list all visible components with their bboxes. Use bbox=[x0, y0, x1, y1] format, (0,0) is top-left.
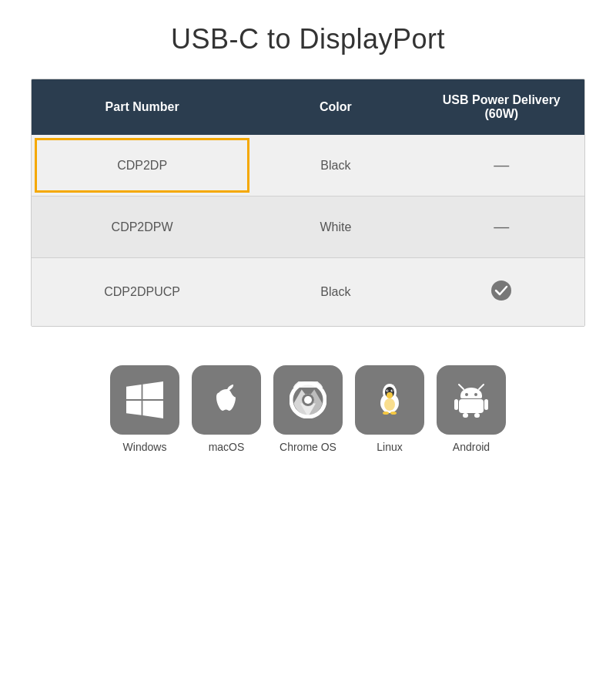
chromeos-icon-box bbox=[273, 365, 343, 435]
svg-rect-21 bbox=[454, 399, 458, 410]
os-item-chromeos: Chrome OS bbox=[273, 365, 343, 453]
svg-rect-22 bbox=[484, 399, 488, 410]
table-row: CDP2DPUCPBlack bbox=[32, 258, 584, 327]
macos-label: macOS bbox=[209, 441, 245, 453]
os-item-macos: macOS bbox=[192, 365, 261, 453]
svg-rect-23 bbox=[463, 413, 468, 418]
power-delivery-cell: — bbox=[419, 135, 584, 197]
svg-point-8 bbox=[387, 392, 393, 398]
windows-label: Windows bbox=[123, 441, 167, 453]
svg-point-0 bbox=[491, 280, 511, 301]
page-title: USB-C to DisplayPort bbox=[171, 23, 445, 55]
power-delivery-cell bbox=[419, 258, 584, 327]
check-icon bbox=[490, 280, 512, 301]
svg-point-19 bbox=[474, 393, 477, 396]
macos-icon bbox=[208, 381, 245, 418]
os-item-windows: Windows bbox=[110, 365, 179, 453]
macos-icon-box bbox=[192, 365, 261, 435]
svg-point-14 bbox=[383, 412, 389, 415]
svg-point-11 bbox=[387, 390, 389, 391]
android-icon-box bbox=[437, 365, 506, 435]
part-number-text: CDP2DPW bbox=[112, 220, 173, 233]
chromeos-label: Chrome OS bbox=[280, 441, 336, 453]
windows-icon bbox=[126, 381, 163, 418]
linux-label: Linux bbox=[377, 441, 402, 453]
svg-point-4 bbox=[304, 396, 312, 404]
col-header-power: USB Power Delivery (60W) bbox=[419, 79, 584, 135]
part-number-text: CDP2DP bbox=[117, 159, 167, 172]
part-number-cell[interactable]: CDP2DP bbox=[32, 135, 253, 197]
col-header-color: Color bbox=[253, 79, 418, 135]
linux-icon-box bbox=[355, 365, 424, 435]
color-cell: Black bbox=[253, 258, 418, 327]
os-item-linux: Linux bbox=[355, 365, 424, 453]
svg-rect-20 bbox=[459, 399, 484, 413]
dash-symbol: — bbox=[494, 218, 509, 235]
svg-rect-24 bbox=[474, 413, 480, 418]
part-number-cell: CDP2DPW bbox=[32, 197, 253, 258]
svg-point-13 bbox=[384, 398, 395, 411]
svg-line-17 bbox=[479, 385, 484, 389]
table-row: CDP2DPWWhite— bbox=[32, 197, 584, 258]
os-item-android: Android bbox=[437, 365, 506, 453]
color-cell: Black bbox=[253, 135, 418, 197]
svg-point-18 bbox=[465, 393, 468, 396]
os-compatibility-icons: Windows macOS Chrome OS bbox=[110, 365, 506, 453]
col-header-part-number: Part Number bbox=[32, 79, 253, 135]
comparison-table: Part Number Color USB Power Delivery (60… bbox=[31, 79, 585, 327]
dash-symbol: — bbox=[494, 156, 509, 173]
chromeos-icon bbox=[290, 381, 326, 418]
linux-icon bbox=[371, 381, 408, 418]
table-row: CDP2DPBlack— bbox=[32, 135, 584, 197]
windows-icon-box bbox=[110, 365, 179, 435]
android-label: Android bbox=[453, 441, 490, 453]
part-number-text: CDP2DPUCP bbox=[104, 285, 180, 298]
svg-point-12 bbox=[392, 390, 393, 391]
svg-line-16 bbox=[459, 385, 464, 389]
android-icon bbox=[453, 381, 490, 418]
color-cell: White bbox=[253, 197, 418, 258]
power-delivery-cell: — bbox=[419, 197, 584, 258]
part-number-cell: CDP2DPUCP bbox=[32, 258, 253, 327]
svg-point-15 bbox=[390, 412, 397, 415]
